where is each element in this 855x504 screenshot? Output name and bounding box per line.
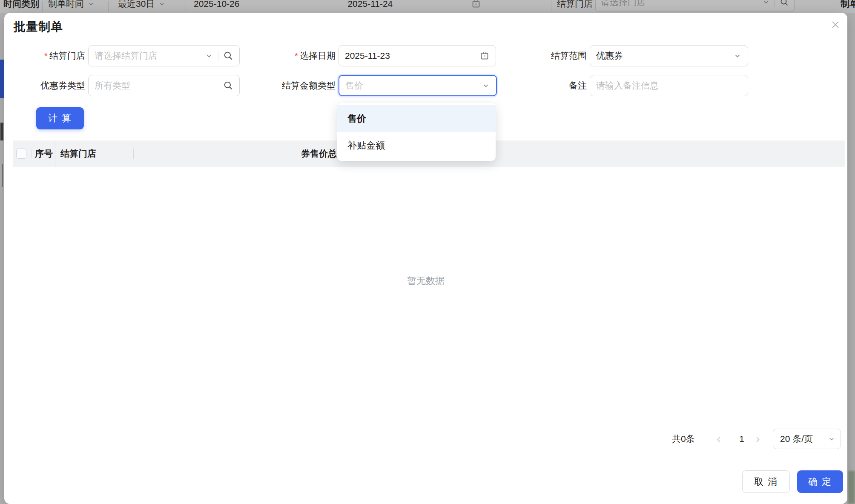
pagination-page-1[interactable]: 1 bbox=[732, 429, 751, 449]
remark-label: 备注 bbox=[510, 75, 587, 96]
amount-type-label: 结算金额类型 bbox=[255, 75, 336, 96]
date-value: 2025-11-23 bbox=[345, 51, 390, 61]
chevron-down-icon bbox=[205, 52, 213, 60]
scope-label: 结算范围 bbox=[510, 45, 587, 66]
chevron-down-icon bbox=[828, 435, 835, 443]
pagination-total: 共0条 bbox=[672, 429, 695, 449]
search-icon bbox=[223, 80, 233, 91]
search-icon[interactable] bbox=[223, 51, 233, 61]
column-header-store: 结算门店 bbox=[60, 140, 129, 167]
coupon-type-input[interactable] bbox=[95, 80, 223, 91]
cancel-button[interactable]: 取 消 bbox=[742, 470, 790, 493]
divider bbox=[32, 149, 32, 158]
page-size-select[interactable]: 20 条/页 bbox=[773, 429, 841, 449]
pagination-next-button[interactable]: › bbox=[751, 429, 765, 449]
page-size-value: 20 条/页 bbox=[780, 433, 813, 445]
store-label: 结算门店 bbox=[12, 45, 85, 66]
divider bbox=[218, 51, 218, 61]
confirm-button[interactable]: 确 定 bbox=[797, 470, 843, 493]
batch-order-modal: 批量制单 结算门店 请选择结算门店 选择日期 2025-11-23 结算范围 优… bbox=[4, 13, 847, 504]
column-header-index: 序号 bbox=[35, 140, 55, 167]
calendar-icon bbox=[479, 51, 490, 61]
column-header-coupon-total: 券售价总额 bbox=[251, 140, 346, 167]
amount-type-select[interactable]: 售价 bbox=[339, 75, 497, 96]
scope-select[interactable]: 优惠券 bbox=[590, 45, 748, 66]
calculate-button[interactable]: 计 算 bbox=[36, 107, 84, 129]
select-all-checkbox[interactable] bbox=[16, 149, 26, 159]
scope-value: 优惠券 bbox=[596, 50, 623, 62]
remark-input[interactable] bbox=[596, 80, 742, 91]
chevron-down-icon bbox=[733, 52, 742, 60]
dropdown-option-subsidy-amount[interactable]: 补贴金额 bbox=[337, 132, 496, 159]
date-picker[interactable]: 2025-11-23 bbox=[339, 45, 496, 66]
coupon-type-label: 优惠券类型 bbox=[12, 75, 85, 96]
store-select[interactable]: 请选择结算门店 bbox=[88, 45, 240, 66]
date-label: 选择日期 bbox=[259, 45, 336, 66]
column-border bbox=[133, 149, 134, 159]
column-border bbox=[55, 140, 55, 167]
close-icon[interactable] bbox=[828, 17, 843, 32]
coupon-type-input-wrap bbox=[88, 75, 240, 96]
amount-type-value: 售价 bbox=[345, 80, 363, 92]
empty-state-text: 暂无数据 bbox=[4, 275, 847, 287]
modal-title: 批量制单 bbox=[14, 19, 63, 35]
pagination-prev-button[interactable]: ‹ bbox=[712, 429, 726, 449]
screen: 时间类别 制单时间 最近30日 2025-10-26 2025-11-24 结算… bbox=[0, 0, 855, 504]
amount-type-dropdown: 售价 补贴金额 bbox=[337, 103, 496, 161]
dropdown-option-sale-price[interactable]: 售价 bbox=[337, 105, 496, 132]
chevron-down-icon bbox=[482, 81, 490, 90]
store-placeholder: 请选择结算门店 bbox=[95, 50, 157, 62]
remark-input-wrap bbox=[590, 75, 748, 96]
